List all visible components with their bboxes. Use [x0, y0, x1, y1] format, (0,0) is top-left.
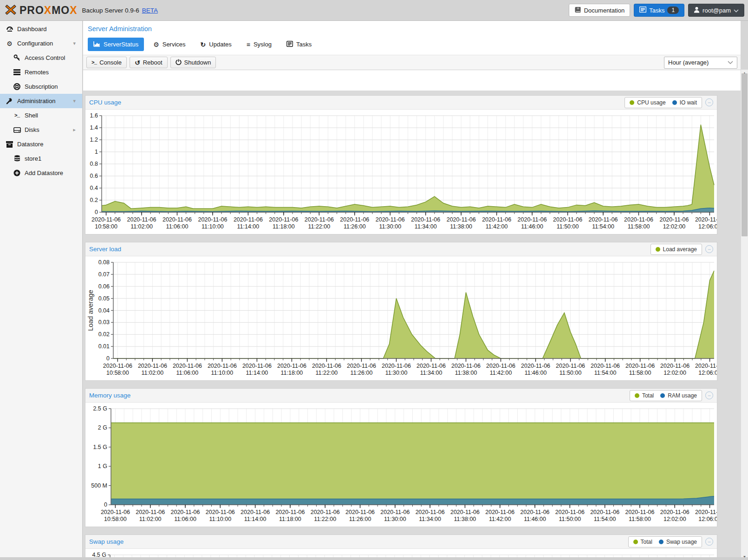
toolbar: >_ Console ↺ Reboot Shutdown Hour (avera…	[83, 55, 741, 70]
user-menu-button[interactable]: root@pam	[688, 4, 744, 17]
tab-syslog[interactable]: ≡ Syslog	[241, 38, 277, 51]
svg-text:11:26:00: 11:26:00	[349, 516, 371, 522]
dashboard-gauge-icon	[6, 26, 13, 33]
gears-icon: ⚙	[153, 41, 159, 48]
svg-text:11:54:00: 11:54:00	[594, 370, 617, 376]
sidebar-item-dashboard[interactable]: Dashboard	[0, 22, 82, 36]
legend-item[interactable]: Total	[633, 539, 652, 545]
chevron-down-icon	[734, 7, 739, 14]
swap-usage-panel: Swap usage TotalSwap usage − 0500 M1 G1.…	[85, 534, 717, 560]
sidebar-item-administration[interactable]: Administration ▾	[0, 94, 82, 108]
caret-down-icon[interactable]: ▾	[73, 40, 76, 46]
sidebar-item-configuration[interactable]: ⚙ Configuration ▾	[0, 36, 82, 51]
sidebar-item-disks[interactable]: Disks ▸	[0, 123, 82, 137]
sidebar-item-datastore[interactable]: Datastore	[0, 137, 82, 151]
svg-text:2020-11-06: 2020-11-06	[127, 216, 156, 223]
scrollbar-thumb[interactable]	[741, 73, 748, 236]
chart-legend: Load average	[650, 244, 702, 255]
sidebar-item-subscription[interactable]: Subscription	[0, 79, 82, 94]
sidebar-item-add-datastore[interactable]: Add Datastore	[0, 166, 82, 180]
svg-text:12:06:00: 12:06:00	[698, 223, 717, 230]
chart-legend: CPU usageIO wait	[624, 97, 702, 108]
key-icon	[13, 54, 21, 61]
svg-text:2020-11-06: 2020-11-06	[347, 363, 376, 369]
legend-label: Load average	[663, 246, 697, 253]
svg-text:1.5 G: 1.5 G	[93, 444, 107, 450]
list-icon: ≡	[247, 41, 250, 48]
tab-serverstatus[interactable]: ServerStatus	[88, 38, 144, 51]
proxmox-backup-app: PROXMOX Backup Server 0.9-6 BETA Documen…	[0, 0, 748, 560]
svg-text:2020-11-06: 2020-11-06	[198, 216, 227, 223]
legend-item[interactable]: IO wait	[672, 99, 697, 106]
plus-circle-icon	[13, 169, 21, 176]
svg-text:2020-11-06: 2020-11-06	[277, 363, 306, 369]
svg-text:11:38:00: 11:38:00	[455, 370, 477, 376]
svg-text:0.2: 0.2	[90, 197, 98, 203]
svg-text:2020-11-06: 2020-11-06	[136, 509, 165, 515]
tab-services[interactable]: ⚙ Services	[148, 38, 191, 51]
legend-item[interactable]: Load average	[656, 246, 697, 253]
tab-tasks[interactable]: Tasks	[281, 38, 317, 51]
sidebar-item-access-control[interactable]: Access Control	[0, 51, 82, 65]
svg-text:0: 0	[106, 355, 110, 362]
collapse-panel-icon[interactable]: −	[705, 391, 713, 399]
tasks-button[interactable]: Tasks 1	[634, 4, 684, 17]
svg-text:2020-11-06: 2020-11-06	[380, 509, 410, 515]
collapse-panel-icon[interactable]: −	[705, 538, 713, 546]
collapse-panel-icon[interactable]: −	[705, 245, 713, 253]
user-icon	[694, 7, 700, 14]
svg-text:0.04: 0.04	[98, 307, 110, 314]
chart-header: Memory usage TotalRAM usage −	[85, 389, 717, 403]
sidebar-item-shell[interactable]: >_ Shell	[0, 108, 82, 123]
svg-text:11:54:00: 11:54:00	[592, 223, 614, 230]
documentation-button[interactable]: Documentation	[569, 4, 630, 17]
legend-dot-icon	[672, 100, 677, 105]
reboot-button[interactable]: ↺ Reboot	[130, 57, 168, 68]
sidebar-item-store1[interactable]: store1	[0, 151, 82, 166]
svg-text:12:02:00: 12:02:00	[663, 516, 686, 522]
sidebar-item-remotes[interactable]: Remotes	[0, 65, 82, 79]
console-button[interactable]: >_ Console	[86, 57, 127, 68]
tab-bar: ServerStatus ⚙ Services ↻ Updates ≡ Sysl…	[83, 33, 741, 55]
legend-label: Total	[642, 392, 654, 399]
proxmox-logo: PROXMOX	[4, 3, 78, 18]
svg-text:2020-11-06: 2020-11-06	[138, 363, 167, 369]
shutdown-button[interactable]: Shutdown	[170, 57, 216, 68]
caret-right-icon[interactable]: ▸	[73, 127, 76, 133]
vertical-scrollbar[interactable]: ▲ ▼	[741, 70, 748, 560]
caret-down-icon[interactable]: ▾	[73, 98, 76, 104]
collapse-panel-icon[interactable]: −	[705, 98, 713, 106]
svg-text:11:22:00: 11:22:00	[314, 516, 336, 522]
legend-label: IO wait	[680, 99, 697, 106]
svg-text:2020-11-06: 2020-11-06	[486, 363, 515, 369]
svg-text:2020-11-06: 2020-11-06	[101, 509, 130, 515]
legend-dot-icon	[630, 100, 634, 105]
chart-legend: TotalRAM usage	[630, 390, 702, 401]
svg-text:2020-11-06: 2020-11-06	[518, 216, 547, 223]
svg-text:2020-11-06: 2020-11-06	[624, 216, 653, 223]
legend-item[interactable]: RAM usage	[660, 392, 697, 399]
chart-header: Swap usage TotalSwap usage −	[85, 535, 717, 549]
svg-text:11:34:00: 11:34:00	[415, 223, 437, 230]
legend-item[interactable]: Total	[635, 392, 654, 399]
proxmox-x-icon	[4, 3, 18, 18]
svg-text:2020-11-06: 2020-11-06	[521, 363, 550, 369]
svg-text:2020-11-06: 2020-11-06	[416, 509, 445, 515]
svg-text:11:42:00: 11:42:00	[490, 370, 512, 376]
svg-text:2020-11-06: 2020-11-06	[660, 509, 689, 515]
chart-title: Server load	[89, 246, 121, 253]
svg-text:11:50:00: 11:50:00	[559, 516, 581, 522]
legend-item[interactable]: CPU usage	[630, 99, 665, 106]
tab-updates[interactable]: ↻ Updates	[195, 38, 237, 51]
svg-text:11:50:00: 11:50:00	[557, 223, 579, 230]
svg-text:11:06:00: 11:06:00	[176, 370, 199, 376]
cpu-usage-panel: CPU usage CPU usageIO wait − 00.20.40.60…	[85, 95, 717, 234]
svg-text:2020-11-06: 2020-11-06	[311, 509, 340, 515]
legend-item[interactable]: Swap usage	[659, 539, 697, 545]
svg-text:2020-11-06: 2020-11-06	[553, 216, 582, 223]
time-range-select[interactable]: Hour (average)	[664, 57, 737, 69]
svg-text:11:30:00: 11:30:00	[384, 516, 406, 522]
svg-text:2020-11-06: 2020-11-06	[242, 363, 272, 369]
svg-text:2020-11-06: 2020-11-06	[695, 363, 717, 369]
beta-link[interactable]: BETA	[142, 7, 158, 14]
